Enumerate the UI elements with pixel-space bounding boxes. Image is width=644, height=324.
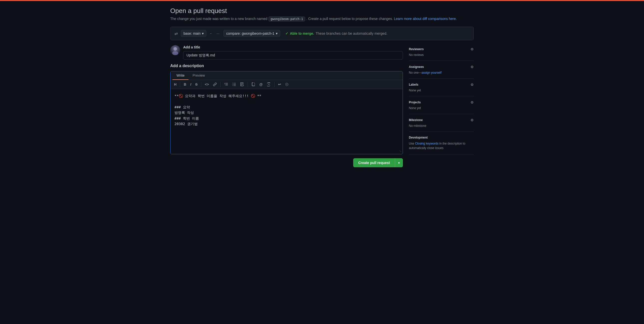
toolbar-mention-btn[interactable]: @ bbox=[258, 81, 264, 87]
title-input[interactable] bbox=[183, 51, 403, 60]
development-header: Development bbox=[409, 136, 474, 139]
swap-icon: ⇄ bbox=[174, 31, 178, 36]
labels-header: Labels ⚙ bbox=[409, 82, 474, 86]
merge-status: ✓ Able to merge. These branches can be a… bbox=[285, 32, 387, 36]
toolbar-strikethrough-btn[interactable]: S bbox=[194, 81, 199, 87]
branch-arrow-icon: ← bbox=[210, 32, 212, 35]
avatar-image bbox=[170, 45, 180, 55]
create-pr-button[interactable]: Create pull request bbox=[353, 158, 395, 167]
svg-point-2 bbox=[172, 51, 178, 55]
assign-yourself-link[interactable]: assign yourself bbox=[422, 71, 442, 74]
milestone-item: Milestone ⚙ No milestone bbox=[409, 114, 474, 132]
reviewers-title: Reviewers bbox=[409, 48, 424, 51]
able-to-merge-text: Able to merge. bbox=[290, 32, 314, 36]
milestone-title: Milestone bbox=[409, 118, 422, 122]
toolbar-divider-4 bbox=[248, 82, 248, 87]
base-branch-label: base: main bbox=[184, 32, 200, 36]
toolbar-heading-btn[interactable]: H bbox=[172, 81, 178, 87]
subtitle-after-branch: . Create a pull request below to propose… bbox=[306, 17, 393, 21]
assignees-header: Assignees ⚙ bbox=[409, 65, 474, 69]
branch-tag: gwongibeom-patch-1 bbox=[268, 16, 305, 22]
avatar bbox=[170, 45, 180, 55]
development-desc-before: Use bbox=[409, 142, 415, 145]
desc-label: Add a description bbox=[170, 64, 403, 68]
reviewers-item: Reviewers ⚙ No reviews bbox=[409, 47, 474, 61]
development-item: Development Use Closing keywords in the … bbox=[409, 132, 474, 154]
base-branch-chevron: ▾ bbox=[202, 32, 204, 36]
learn-more-link[interactable]: Learn more about diff comparisons here. bbox=[394, 17, 457, 21]
assignees-gear-icon[interactable]: ⚙ bbox=[470, 65, 474, 69]
editor-tabs: Write Preview bbox=[170, 72, 402, 80]
toolbar-attach-btn[interactable] bbox=[250, 81, 257, 87]
milestone-header: Milestone ⚙ bbox=[409, 118, 474, 122]
page-title: Open a pull request bbox=[170, 7, 474, 15]
compare-branch-label: compare: gwongibeom-patch-1 bbox=[226, 32, 274, 36]
title-field-label: Add a title bbox=[183, 45, 403, 49]
labels-title: Labels bbox=[409, 83, 418, 86]
compare-branch-chevron: ▾ bbox=[276, 32, 278, 36]
toolbar-italic-btn[interactable]: I bbox=[189, 81, 193, 87]
projects-title: Projects bbox=[409, 100, 420, 104]
labels-gear-icon[interactable]: ⚙ bbox=[470, 82, 474, 86]
labels-item: Labels ⚙ None yet bbox=[409, 79, 474, 96]
no-one-text: No one— bbox=[409, 71, 422, 74]
compare-branch-select[interactable]: compare: gwongibeom-patch-1 ▾ bbox=[224, 30, 280, 37]
svg-point-1 bbox=[174, 47, 177, 51]
projects-gear-icon[interactable]: ⚙ bbox=[470, 100, 474, 104]
milestone-gear-icon[interactable]: ⚙ bbox=[470, 118, 474, 122]
create-pr-dropdown-button[interactable]: ▾ bbox=[395, 158, 403, 167]
toolbar-divider-2 bbox=[201, 82, 201, 87]
toolbar-task-list-btn[interactable] bbox=[239, 81, 246, 87]
toolbar-ordered-list-btn[interactable] bbox=[223, 81, 230, 87]
editor-toolbar: H B I S <> bbox=[170, 80, 402, 89]
resize-handle: ⤡ bbox=[399, 150, 402, 153]
page-subtitle: The change you just made was written to … bbox=[170, 17, 474, 21]
development-title: Development bbox=[409, 136, 428, 139]
closing-keywords-link[interactable]: Closing keywords bbox=[415, 142, 438, 145]
toolbar-divider-1 bbox=[180, 82, 180, 87]
merge-message: These branches can be automatically merg… bbox=[316, 32, 387, 36]
projects-value: None yet bbox=[409, 106, 474, 110]
assignees-value: No one—assign yourself bbox=[409, 71, 474, 74]
title-section: Add a title bbox=[183, 45, 403, 60]
toolbar-help-btn[interactable] bbox=[284, 82, 290, 87]
sidebar-section: Reviewers ⚙ No reviews Assignees ⚙ No on… bbox=[409, 45, 474, 167]
preview-tab[interactable]: Preview bbox=[188, 72, 209, 80]
toolbar-divider-5 bbox=[274, 82, 274, 87]
assignees-title: Assignees bbox=[409, 65, 424, 69]
projects-item: Projects ⚙ None yet bbox=[409, 96, 474, 114]
reviewers-header: Reviewers ⚙ bbox=[409, 47, 474, 51]
milestone-value: No milestone bbox=[409, 124, 474, 128]
reviewers-value: No reviews bbox=[409, 53, 474, 57]
subtitle-before-branch: The change you just made was written to … bbox=[170, 17, 267, 21]
write-tab[interactable]: Write bbox=[172, 72, 188, 80]
assignees-item: Assignees ⚙ No one—assign yourself bbox=[409, 61, 474, 79]
base-branch-select[interactable]: base: main ▾ bbox=[181, 30, 206, 37]
form-section: Add a title Add a description Write Prev… bbox=[170, 45, 403, 167]
check-icon: ✓ bbox=[285, 32, 288, 36]
toolbar-undo-btn[interactable]: ↩ bbox=[276, 81, 282, 87]
branch-bar: ⇄ base: main ▾ ← ··· compare: gwongibeom… bbox=[170, 27, 474, 40]
ellipsis: ··· bbox=[216, 32, 220, 36]
labels-value: None yet bbox=[409, 88, 474, 92]
toolbar-code-btn[interactable]: <> bbox=[203, 81, 210, 87]
toolbar-bold-btn[interactable]: B bbox=[182, 81, 188, 87]
editor-content: **🚫 요약과 학번 이름을 작성 해주세요!!! 🚫 ** ### 요약 방명… bbox=[174, 93, 399, 126]
editor-body[interactable]: **🚫 요약과 학번 이름을 작성 해주세요!!! 🚫 ** ### 요약 방명… bbox=[170, 89, 402, 154]
submit-row: Create pull request ▾ bbox=[170, 158, 403, 167]
toolbar-unordered-list-btn[interactable] bbox=[231, 81, 238, 87]
toolbar-divider-3 bbox=[220, 82, 221, 87]
projects-header: Projects ⚙ bbox=[409, 100, 474, 104]
reviewers-gear-icon[interactable]: ⚙ bbox=[470, 47, 474, 51]
toolbar-link-btn[interactable] bbox=[212, 81, 218, 87]
development-desc: Use Closing keywords in the description … bbox=[409, 141, 474, 150]
toolbar-ref-btn[interactable] bbox=[265, 81, 272, 87]
avatar-title-row: Add a title bbox=[170, 45, 403, 60]
editor-container: Write Preview H B I S <> bbox=[170, 71, 403, 154]
